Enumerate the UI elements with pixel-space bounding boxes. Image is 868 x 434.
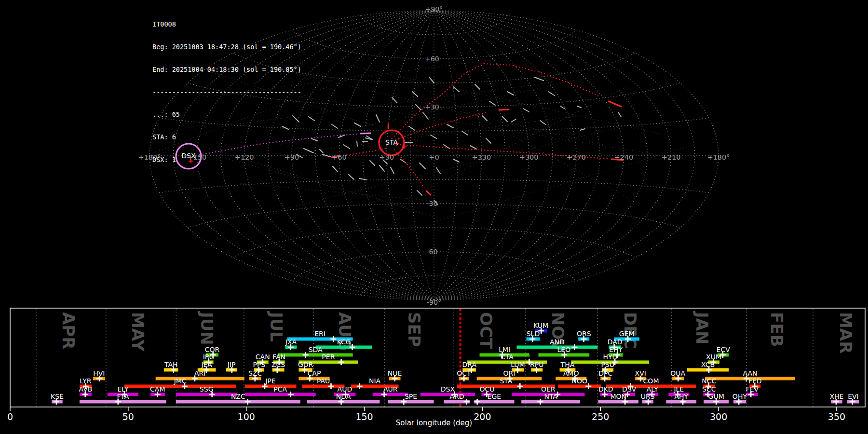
shower-label-cor: COR (205, 346, 220, 353)
shower-bar-pca (245, 393, 316, 396)
meteor-segment (363, 141, 367, 142)
shower-label-ahy: AHY (674, 393, 688, 400)
shower-label-nzc: NZC (231, 393, 245, 400)
shower-label-gdr: GDR (298, 361, 313, 368)
lat-label: -30 (427, 200, 438, 207)
shower-label-tah: TAH (164, 361, 178, 368)
meteor-segment (429, 77, 434, 83)
shower-bar-mon (598, 400, 638, 404)
meteor-segment (577, 106, 581, 108)
meteor-segment (507, 92, 514, 95)
meteor-prolongation-line (280, 72, 612, 145)
shower-label-fev: FEV (746, 385, 759, 393)
dsx-trail-tip (361, 133, 370, 134)
shower-label-jle: JLE (673, 385, 684, 393)
shower-bar-kcg (316, 346, 372, 349)
month-label: MAR (836, 312, 855, 353)
meteor-segment (357, 141, 357, 146)
map-parallel (360, 15, 507, 35)
shower-label-pau: PAU (317, 377, 330, 385)
shower-bar-jpe (245, 385, 297, 388)
observation-info-block: IT0008 Beg: 20251003 18:47:28 (sol = 190… (152, 6, 301, 179)
meteor-segment (475, 84, 480, 89)
shower-label-nta: NTA (544, 393, 557, 400)
lon-label: +240 (614, 153, 633, 161)
sta-trail-dotted (394, 149, 424, 188)
meteor-segment (444, 145, 449, 149)
meteor-segment (523, 108, 529, 112)
meteor-segment (462, 131, 468, 135)
info-line: ...: 65 (152, 111, 301, 119)
info-line: End: 20251004 04:18:30 (sol = 190.85°) (152, 66, 301, 74)
lon-label: +180° (707, 153, 730, 161)
meteor-segment (309, 117, 314, 121)
shower-label-jpe: JPE (265, 377, 275, 385)
shower-label-zcs: ZCS (271, 361, 285, 368)
x-axis-label: Solar longitude (deg) (0, 419, 868, 427)
shower-label-aud: AUD (338, 385, 353, 393)
meteor-segment (618, 112, 621, 117)
meteor-segment (534, 77, 543, 81)
shower-bar-dsx (420, 393, 475, 396)
shower-bar-noo (558, 385, 601, 388)
shower-label-amo: AMO (563, 369, 579, 377)
shower-label-lmi: LMI (499, 346, 510, 353)
shower-bar-nzc (176, 400, 300, 404)
shower-label-dpc: DPC (598, 369, 612, 377)
map-parallel (159, 179, 709, 193)
shower-label-ard: ARD (449, 393, 464, 400)
shower-label-nda: NDA (336, 393, 351, 400)
shower-label-scc: SCC (702, 385, 716, 393)
meteor-segment (453, 159, 459, 162)
shower-label-com: COM (643, 377, 659, 385)
shower-label-pca: PCA (273, 385, 287, 393)
meteor-segment (359, 178, 366, 180)
shower-label-dsv: DSV (622, 385, 637, 393)
meteor-segment (560, 106, 564, 108)
lon-label: +330 (472, 153, 491, 161)
shower-label-psu: PSU (601, 361, 614, 368)
shower-label-dkd: DKD (598, 385, 613, 393)
shower-label-ohy: OHY (732, 393, 747, 400)
shower-label-ssg: SSG (200, 385, 214, 393)
meteor-segment (447, 124, 453, 128)
meteor-segment (420, 163, 425, 169)
lon-label: +300 (519, 153, 539, 161)
shower-bar-aur (373, 393, 408, 396)
meteor-segment (489, 101, 495, 105)
month-label: SEP (405, 312, 424, 347)
month-label: JUN (197, 311, 217, 345)
shower-label-kse: KSE (51, 393, 64, 400)
meteor-segment (436, 168, 440, 174)
info-line: Beg: 20251003 18:47:28 (sol = 190.46°) (152, 43, 301, 51)
meteor-analysis-screen: STADSX+90°-90°+60+30-30-60+180°+150+120+… (0, 0, 868, 434)
shower-label-ely: ELY (117, 385, 129, 393)
meteor-segment (391, 167, 394, 174)
pole-label-south: -90° (427, 298, 441, 306)
shower-label-ehy: EHY (609, 346, 623, 353)
shower-label-gem: GEM (619, 330, 635, 338)
map-meridian (434, 11, 671, 300)
shower-label-sta: STA (500, 377, 512, 385)
shower-label-dad: DAD (608, 338, 623, 346)
shower-label-per: PER (322, 353, 335, 361)
shower-label-fta: FTA (117, 393, 129, 400)
shower-label-kcg: KCG (337, 338, 351, 346)
shower-label-and: AND (550, 338, 565, 346)
meteor-segment (354, 123, 361, 126)
meteor-segment (511, 119, 516, 122)
meteor-segment (431, 135, 436, 138)
info-line: IT0008 (152, 21, 301, 28)
meteor-segment (409, 126, 415, 130)
shower-label-ege: EGE (488, 393, 502, 400)
shower-label-dra: DRA (462, 361, 476, 368)
meteor-segment (540, 121, 545, 124)
shower-label-mon: MON (610, 393, 626, 400)
meteor-prolongation-line (299, 96, 685, 159)
meteor-segment (548, 92, 555, 95)
meteor-segment (482, 116, 487, 121)
lon-label: +60 (332, 153, 347, 161)
scene-canvas: STADSX+90°-90°+60+30-30-60+180°+150+120+… (0, 0, 868, 434)
shower-bar-ssg (176, 393, 237, 396)
shower-label-aan: AAN (743, 369, 757, 377)
